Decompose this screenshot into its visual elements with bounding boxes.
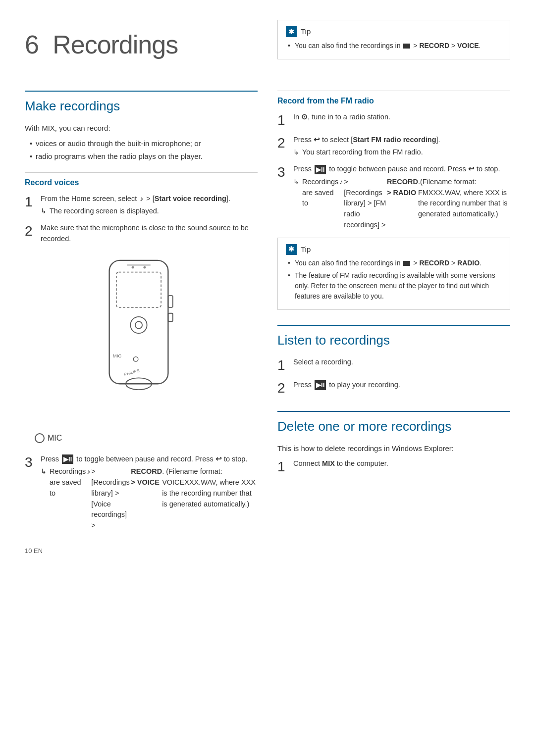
step-number: 2: [277, 135, 293, 151]
delete-recordings-intro: This is how to delete recordings in Wind…: [277, 443, 510, 454]
tip-header: ✱ Tip: [286, 244, 502, 255]
step-number: 1: [25, 194, 41, 210]
device-svg: MIC PHILIPS: [92, 254, 186, 419]
headphone-icon: ♪: [339, 177, 343, 187]
step-row: 2 Press ↩ to select [Start FM radio reco…: [277, 135, 510, 158]
step-row: 1 Select a recording.: [277, 357, 510, 374]
arrow-note: Recordings are saved to ♪ > [Recordings …: [41, 466, 258, 531]
delete-recordings-title: Delete one or more recordings: [277, 411, 510, 436]
make-recordings-bullets: voices or audio through the built-in mic…: [25, 138, 258, 162]
listen-recordings-title: Listen to recordings: [277, 325, 510, 350]
step-content: From the Home screen, select ♪ > [Start …: [41, 194, 258, 217]
step-row: 2 Press ▶II to play your recording.: [277, 380, 510, 397]
arrow-note: Recordings are saved to ♪ > [Recordings …: [293, 177, 510, 231]
tip-item: You can also find the recordings in > RE…: [288, 41, 502, 51]
svg-point-12: [144, 266, 146, 268]
step-number: 1: [277, 112, 293, 129]
menu-icon: [403, 44, 410, 49]
step-number: 3: [25, 454, 41, 471]
svg-rect-5: [168, 313, 173, 321]
step-number: 1: [277, 357, 293, 374]
mic-label-row: MIC: [35, 432, 258, 444]
step-content: Connect MIX to the computer.: [293, 458, 510, 469]
tip-box-top: ✱ Tip You can also find the recordings i…: [277, 20, 510, 59]
device-image: MIC PHILIPS: [92, 254, 191, 422]
svg-point-11: [132, 266, 134, 268]
step-content: Select a recording.: [293, 357, 510, 368]
svg-text:MIC: MIC: [113, 353, 122, 358]
step-number: 1: [277, 458, 293, 475]
svg-rect-0: [109, 260, 168, 383]
make-recordings-title: Make recordings: [25, 91, 258, 116]
svg-rect-1: [116, 272, 161, 307]
step-row: 1 Connect MIX to the computer.: [277, 458, 510, 475]
step-row: 2 Make sure that the microphone is close…: [25, 223, 258, 245]
left-column: Make recordings With MIX, you can record…: [25, 86, 258, 555]
tip-item: The feature of FM radio recording is ava…: [288, 270, 502, 302]
play-pause-icon: ▶II: [315, 165, 326, 175]
make-recordings-intro: With MIX, you can record:: [25, 123, 258, 134]
svg-rect-4: [168, 296, 173, 307]
tip-star-icon: ✱: [286, 244, 297, 255]
svg-point-9: [133, 356, 138, 361]
svg-point-2: [130, 316, 147, 333]
tip-box-radio: ✱ Tip You can also find the recordings i…: [277, 238, 510, 310]
step-number: 2: [277, 380, 293, 397]
bullet-item: voices or audio through the built-in mic…: [30, 138, 258, 150]
tip-item: You can also find the recordings in > RE…: [288, 258, 502, 268]
tip-label: Tip: [301, 244, 311, 255]
svg-text:PHILIPS: PHILIPS: [123, 368, 140, 377]
mic-circle-icon: [35, 433, 45, 443]
arrow-note: You start recording from the FM radio.: [293, 147, 510, 158]
tip-list: You can also find the recordings in > RE…: [286, 41, 502, 51]
step-row: 3 Press ▶II to toggle between pause and …: [277, 164, 510, 231]
step-content: Press ▶II to toggle between pause and re…: [41, 454, 258, 531]
step-row: 3 Press ▶II to toggle between pause and …: [25, 454, 258, 531]
svg-point-3: [135, 321, 142, 328]
mic-label-text: MIC: [48, 432, 62, 444]
tip-list: You can also find the recordings in > RE…: [286, 258, 502, 302]
bullet-item: radio programs when the radio plays on t…: [30, 151, 258, 162]
tip-star-icon: ✱: [286, 26, 297, 37]
step-row: 1 In ⊙, tune in to a radio station.: [277, 112, 510, 129]
tip-header: ✱ Tip: [286, 26, 502, 38]
arrow-note: The recording screen is displayed.: [41, 206, 258, 217]
step-number: 3: [277, 164, 293, 181]
record-voices-title: Record voices: [25, 172, 258, 189]
step-content: Make sure that the microphone is close t…: [41, 223, 258, 245]
play-pause-icon: ▶II: [62, 454, 73, 464]
step-content: Press ↩ to select [Start FM radio record…: [293, 135, 510, 158]
chapter-number: 6: [25, 30, 39, 59]
chapter-title: 6 Recordings: [25, 20, 258, 66]
step-content: Press ▶II to play your recording.: [293, 380, 510, 391]
tip-label: Tip: [301, 26, 311, 38]
step-content: Press ▶II to toggle between pause and re…: [293, 164, 510, 231]
right-column: Record from the FM radio 1 In ⊙, tune in…: [277, 86, 510, 555]
footer: 10 EN: [25, 546, 258, 556]
headphone-icon: ♪: [87, 466, 90, 477]
step-number: 2: [25, 223, 41, 240]
play-pause-icon: ▶II: [315, 380, 326, 390]
headphone-icon: ♪: [140, 194, 143, 204]
menu-icon: [403, 261, 410, 266]
step-content: In ⊙, tune in to a radio station.: [293, 112, 510, 123]
step-row: 1 From the Home screen, select ♪ > [Star…: [25, 194, 258, 217]
record-fm-title: Record from the FM radio: [277, 91, 510, 107]
